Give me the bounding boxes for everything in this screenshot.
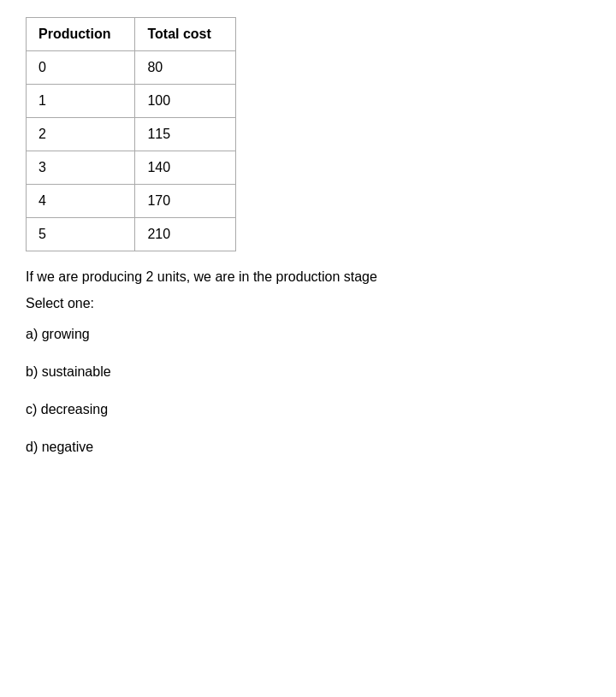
cell-production: 2: [27, 118, 135, 151]
cell-production: 0: [27, 51, 135, 85]
cell-total-cost: 170: [135, 185, 235, 218]
cell-total-cost: 100: [135, 85, 235, 118]
col-header-production: Production: [27, 18, 135, 51]
select-label: Select one:: [26, 296, 590, 311]
table-row: 2 115: [27, 118, 236, 151]
cell-total-cost: 210: [135, 218, 235, 251]
option-d[interactable]: d) negative: [26, 436, 590, 458]
cell-production: 4: [27, 185, 135, 218]
cell-total-cost: 115: [135, 118, 235, 151]
option-c[interactable]: c) decreasing: [26, 399, 590, 421]
cell-production: 3: [27, 151, 135, 185]
table-row: 3 140: [27, 151, 236, 185]
table-row: 4 170: [27, 185, 236, 218]
cell-total-cost: 80: [135, 51, 235, 85]
table-row: 5 210: [27, 218, 236, 251]
table-row: 0 80: [27, 51, 236, 85]
options-list: a) growing b) sustainable c) decreasing …: [26, 323, 590, 458]
option-a[interactable]: a) growing: [26, 323, 590, 346]
production-cost-table: Production Total cost 0 80 1 100 2 115 3…: [26, 17, 236, 251]
col-header-total-cost: Total cost: [135, 18, 235, 51]
production-cost-table-container: Production Total cost 0 80 1 100 2 115 3…: [26, 17, 590, 251]
cell-production: 5: [27, 218, 135, 251]
question-text: If we are producing 2 units, we are in t…: [26, 267, 590, 287]
table-row: 1 100: [27, 85, 236, 118]
option-b[interactable]: b) sustainable: [26, 361, 590, 383]
cell-production: 1: [27, 85, 135, 118]
cell-total-cost: 140: [135, 151, 235, 185]
